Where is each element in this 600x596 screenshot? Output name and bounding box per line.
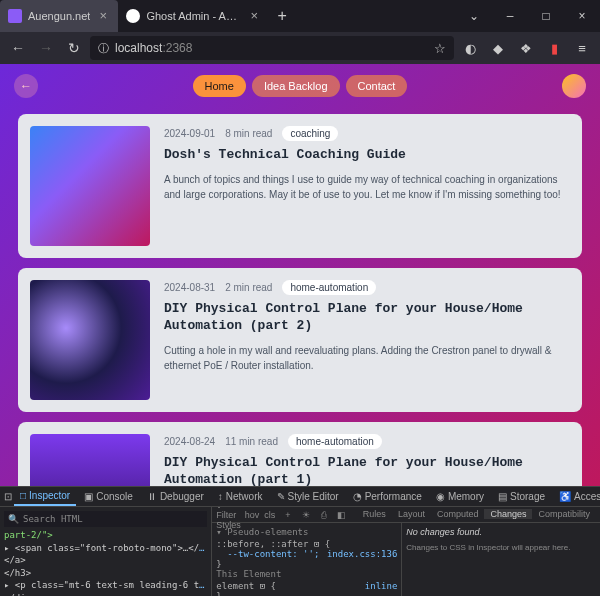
post-meta: 2024-08-24 11 min read home-automation	[164, 434, 570, 449]
tab-title: Auengun.net	[28, 10, 90, 22]
lock-icon: ⓘ	[98, 41, 109, 56]
nav-pill-contact[interactable]: Contact	[346, 75, 408, 97]
source-link[interactable]: index.css:136	[327, 549, 397, 559]
html-line[interactable]: ▸ <p class="mt-6 text-sm leading-6 text-…	[4, 579, 207, 592]
new-tab-button[interactable]: +	[269, 0, 294, 32]
post-tag[interactable]: home-automation	[288, 434, 382, 449]
devtools-tab-debugger[interactable]: ⏸Debugger	[141, 487, 210, 506]
site-back-button[interactable]: ←	[14, 74, 38, 98]
debugger-icon: ⏸	[147, 491, 157, 502]
devtools-tab-perf[interactable]: ◔Performance	[347, 487, 428, 506]
page-viewport[interactable]: ← Home Idea Backlog Contact 2024-09-01 8…	[0, 64, 600, 486]
styles-tab-changes[interactable]: Changes	[484, 509, 532, 519]
devtools-tab-inspector[interactable]: □Inspector	[14, 487, 76, 506]
light-icon[interactable]: ☀	[299, 510, 313, 520]
extensions-icon[interactable]: ❖	[514, 36, 538, 60]
contrast-icon[interactable]: ◧	[335, 510, 349, 520]
favicon	[126, 9, 140, 23]
post-title[interactable]: DIY Physical Control Plane for your Hous…	[164, 455, 570, 486]
nav-pill-home[interactable]: Home	[193, 75, 246, 97]
post-readtime: 11 min read	[225, 436, 278, 447]
rules-list[interactable]: ▾ Pseudo-elements ::before, ::after ⊡ {i…	[212, 523, 402, 596]
search-input[interactable]: 🔍Search HTML	[4, 511, 207, 527]
post-thumbnail	[30, 126, 150, 246]
storage-icon: ▤	[498, 491, 507, 502]
post-tag[interactable]: home-automation	[282, 280, 376, 295]
post-body: 2024-09-01 8 min read coaching Dosh's Te…	[164, 126, 570, 246]
search-icon: 🔍	[8, 513, 19, 526]
cls-button[interactable]: cls	[263, 510, 277, 520]
html-line[interactable]: </a>	[4, 554, 207, 567]
perf-icon: ◔	[353, 491, 362, 502]
devtools-tab-a11y[interactable]: ♿Accessibility	[553, 487, 600, 506]
inspector-icon: □	[20, 490, 26, 501]
site-topnav: ← Home Idea Backlog Contact	[0, 68, 600, 104]
styles-tab-layout[interactable]: Layout	[392, 509, 431, 519]
account-icon[interactable]: ◆	[486, 36, 510, 60]
post-card[interactable]: 2024-08-24 11 min read home-automation D…	[18, 422, 582, 486]
maximize-button[interactable]: □	[528, 0, 564, 32]
html-tree[interactable]: 🔍Search HTML part-2/"> ▸ <span class="fo…	[0, 507, 211, 596]
browser-tab[interactable]: Ghost Admin - Auengun.net ×	[118, 0, 269, 32]
back-button[interactable]: ←	[6, 36, 30, 60]
add-rule-button[interactable]: +	[281, 510, 295, 520]
hov-button[interactable]: hov	[245, 510, 259, 520]
post-card[interactable]: 2024-09-01 8 min read coaching Dosh's Te…	[18, 114, 582, 258]
devtools-tab-console[interactable]: ▣Console	[78, 487, 139, 506]
devtools-panel: ⊡ □Inspector ▣Console ⏸Debugger ↕Network…	[0, 486, 600, 596]
devtools-tabs: ⊡ □Inspector ▣Console ⏸Debugger ↕Network…	[0, 487, 600, 507]
browser-tab-active[interactable]: Auengun.net ×	[0, 0, 118, 32]
html-line[interactable]: </h3>	[4, 567, 207, 580]
styles-tab-rules[interactable]: Rules	[357, 509, 392, 519]
styles-tab-compat[interactable]: Compatibility	[532, 509, 596, 519]
window-controls: ⌄ – □ ×	[456, 0, 600, 32]
inline-label: inline	[365, 581, 398, 591]
star-icon[interactable]: ☆	[434, 41, 446, 56]
html-line[interactable]: ▸ <span class="font-roboto-mono">…</span…	[4, 542, 207, 555]
post-date: 2024-08-31	[164, 282, 215, 293]
close-icon[interactable]: ×	[247, 9, 261, 23]
post-tag[interactable]: coaching	[282, 126, 338, 141]
url-text: localhost:2368	[115, 41, 428, 55]
style-icon: ✎	[277, 491, 285, 502]
browser-tabs: Auengun.net × Ghost Admin - Auengun.net …	[0, 0, 456, 32]
close-button[interactable]: ×	[564, 0, 600, 32]
extension-icon[interactable]: ◐	[458, 36, 482, 60]
browser-titlebar: Auengun.net × Ghost Admin - Auengun.net …	[0, 0, 600, 32]
reload-button[interactable]: ↻	[62, 36, 86, 60]
post-title[interactable]: DIY Physical Control Plane for your Hous…	[164, 301, 570, 335]
forward-button: →	[34, 36, 58, 60]
html-line[interactable]: part-2/">	[4, 529, 207, 542]
print-icon[interactable]: ⎙	[317, 510, 331, 520]
avatar[interactable]	[562, 74, 586, 98]
post-card[interactable]: 2024-08-31 2 min read home-automation DI…	[18, 268, 582, 412]
console-icon: ▣	[84, 491, 93, 502]
nav-pill-backlog[interactable]: Idea Backlog	[252, 75, 340, 97]
pseudo-section[interactable]: ▾ Pseudo-elements	[216, 527, 397, 537]
post-title[interactable]: Dosh's Technical Coaching Guide	[164, 147, 570, 164]
post-thumbnail	[30, 280, 150, 400]
devtools-tab-storage[interactable]: ▤Storage	[492, 487, 551, 506]
styles-tab-computed[interactable]: Computed	[431, 509, 485, 519]
devtools-body: 🔍Search HTML part-2/"> ▸ <span class="fo…	[0, 507, 600, 596]
minimize-button[interactable]: –	[492, 0, 528, 32]
filter-row: ∇ Filter Styles hov cls + ☀ ⎙ ◧ Rules La…	[212, 507, 600, 523]
devtools-tab-style[interactable]: ✎Style Editor	[271, 487, 345, 506]
reader-icon[interactable]: ▮	[542, 36, 566, 60]
close-icon[interactable]: ×	[96, 9, 110, 23]
favicon	[8, 9, 22, 23]
content-area: ← Home Idea Backlog Contact 2024-09-01 8…	[0, 64, 600, 596]
html-line[interactable]: </div>	[4, 592, 207, 596]
url-input[interactable]: ⓘ localhost:2368 ☆	[90, 36, 454, 60]
post-meta: 2024-09-01 8 min read coaching	[164, 126, 570, 141]
changes-panel: No changes found. Changes to CSS in Insp…	[402, 523, 600, 596]
post-body: 2024-08-31 2 min read home-automation DI…	[164, 280, 570, 400]
devtools-tab-memory[interactable]: ◉Memory	[430, 487, 490, 506]
post-readtime: 2 min read	[225, 282, 272, 293]
chevron-down-icon[interactable]: ⌄	[456, 0, 492, 32]
url-bar-row: ← → ↻ ⓘ localhost:2368 ☆ ◐ ◆ ❖ ▮ ≡	[0, 32, 600, 64]
menu-icon[interactable]: ≡	[570, 36, 594, 60]
devtools-tab-network[interactable]: ↕Network	[212, 487, 269, 506]
post-date: 2024-09-01	[164, 128, 215, 139]
picker-icon[interactable]: ⊡	[4, 491, 12, 502]
